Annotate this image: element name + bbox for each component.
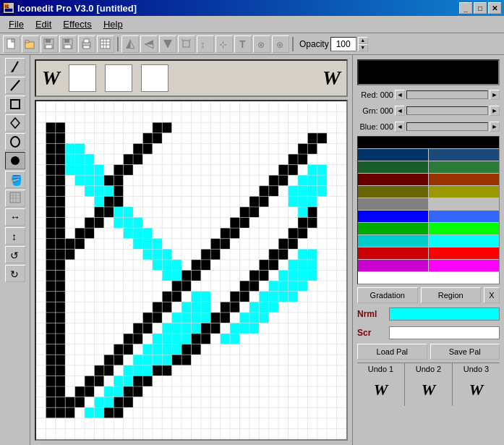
title-bar: IE Iconedit Pro V3.0 [untitled] _ □ ✕ — [0, 0, 504, 16]
pixel-canvas[interactable] — [36, 101, 346, 439]
toolbar-save-as[interactable] — [59, 35, 77, 53]
tool-pattern[interactable] — [5, 190, 25, 207]
tool-ellipse[interactable] — [5, 133, 25, 151]
region-x-button[interactable]: X — [484, 287, 500, 303]
toolbar-move[interactable]: ↕ — [197, 35, 214, 53]
svg-rect-38 — [11, 100, 20, 109]
menu-bar: File Edit Effects Help — [0, 16, 504, 33]
undo-1-label: Undo 1 — [368, 365, 393, 373]
toolbar-print[interactable] — [78, 35, 95, 53]
tools-panel: 🪣 ↔ ↕ ↺ ↻ — [0, 55, 30, 445]
menu-help[interactable]: Help — [98, 17, 129, 31]
minimize-button[interactable]: _ — [459, 2, 472, 14]
toolbar-zoom[interactable]: ⊕ — [272, 35, 289, 53]
tool-redo-rot[interactable]: ↻ — [5, 265, 25, 282]
opacity-down[interactable]: ▼ — [358, 44, 368, 51]
palette-color-teal[interactable] — [358, 235, 428, 247]
palette-color-darkred[interactable] — [358, 174, 428, 185]
grn-slider-left[interactable]: ◄ — [395, 106, 405, 116]
palette-color-olive[interactable] — [358, 186, 428, 198]
toolbar-lasso[interactable]: ⊗ — [253, 35, 270, 53]
palette-color-white1[interactable] — [358, 272, 499, 284]
app-subtitle: [untitled] — [96, 3, 137, 14]
right-panel: Red: 000 ◄ ► Grn: 000 ◄ ► Blue: 000 ◄ ► — [352, 55, 504, 445]
tool-undo-rot[interactable]: ↺ — [5, 246, 25, 263]
svg-text:↺: ↺ — [10, 250, 19, 261]
palette-color-magenta[interactable] — [429, 260, 499, 271]
palette-color-blue[interactable] — [358, 211, 428, 222]
svg-rect-7 — [25, 41, 29, 43]
undo-1[interactable]: Undo 1 W — [357, 363, 405, 406]
save-pal-button[interactable]: Save Pal — [430, 344, 500, 360]
toolbar-stretch[interactable] — [178, 35, 195, 53]
toolbar-flip-v[interactable] — [140, 35, 158, 53]
toolbar-flip-h[interactable] — [121, 35, 139, 53]
region-button[interactable]: Region — [421, 287, 482, 303]
red-slider-track[interactable] — [406, 90, 488, 99]
palette-color-green2[interactable] — [429, 161, 499, 173]
palette-color-purple[interactable] — [358, 260, 428, 271]
palette-color-black1[interactable] — [358, 137, 499, 148]
blue-slider-right[interactable]: ► — [490, 122, 500, 132]
tool-line[interactable] — [5, 77, 25, 94]
palette-color-red2[interactable] — [429, 247, 499, 259]
svg-rect-12 — [64, 39, 69, 43]
undo-2[interactable]: Undo 2 W — [405, 363, 453, 406]
toolbar-grid[interactable] — [97, 35, 114, 53]
tool-pencil[interactable] — [5, 58, 25, 75]
palette-color-brown[interactable] — [429, 174, 499, 185]
palette-color-silver[interactable] — [429, 198, 499, 210]
nrml-swatch[interactable] — [389, 308, 500, 321]
maximize-button[interactable]: □ — [474, 2, 487, 14]
palette-color-cyan[interactable] — [429, 235, 499, 247]
drawing-canvas[interactable] — [35, 100, 348, 441]
menu-edit[interactable]: Edit — [30, 17, 57, 31]
load-pal-button[interactable]: Load Pal — [357, 344, 427, 360]
grn-slider-right[interactable]: ► — [490, 106, 500, 116]
grn-slider-track[interactable] — [406, 106, 488, 115]
opacity-up[interactable]: ▲ — [358, 37, 368, 44]
opacity-spinner: ▲ ▼ — [358, 37, 368, 51]
palette-color-blue3[interactable] — [429, 211, 499, 222]
toolbar-open[interactable] — [22, 35, 39, 53]
opacity-input[interactable] — [330, 37, 356, 51]
scr-swatch[interactable] — [389, 326, 500, 339]
toolbar-new[interactable] — [3, 35, 20, 53]
gradation-button[interactable]: Gradation — [357, 287, 418, 303]
toolbar-text[interactable]: T — [234, 35, 252, 53]
menu-effects[interactable]: Effects — [57, 17, 98, 31]
palette-color-green[interactable] — [358, 223, 428, 234]
blue-slider-track[interactable] — [406, 122, 488, 131]
palette-color-darkblue[interactable] — [358, 149, 428, 161]
palette-color-red[interactable] — [358, 247, 428, 259]
tool-fill[interactable]: 🪣 — [5, 171, 25, 188]
toolbar-save[interactable] — [40, 35, 58, 53]
close-button[interactable]: ✕ — [488, 2, 501, 14]
svg-text:⊕: ⊕ — [276, 40, 283, 50]
toolbar-rotate[interactable] — [159, 35, 176, 53]
palette-color-yellow2[interactable] — [429, 186, 499, 198]
red-slider-right[interactable]: ► — [490, 90, 500, 100]
blue-slider-left[interactable]: ◄ — [395, 122, 405, 132]
palette-color-gray[interactable] — [358, 198, 428, 210]
scr-row: Scr — [357, 325, 500, 341]
undo-3-preview: W — [469, 375, 484, 404]
tool-move-h[interactable]: ↔ — [5, 208, 25, 226]
tool-move-v[interactable]: ↕ — [5, 227, 25, 245]
palette-color-lime[interactable] — [429, 223, 499, 234]
svg-marker-23 — [130, 40, 134, 48]
tool-rect[interactable] — [5, 96, 25, 113]
svg-text:↕: ↕ — [200, 39, 205, 50]
red-slider-left[interactable]: ◄ — [395, 90, 405, 100]
palette-color-darkgreen[interactable] — [358, 161, 428, 173]
toolbar-select[interactable]: ⊹ — [215, 35, 233, 53]
opacity-label: Opacity — [299, 39, 329, 49]
undo-3[interactable]: Undo 3 W — [453, 363, 500, 406]
svg-marker-25 — [145, 44, 153, 48]
palette-color-blue2[interactable] — [429, 149, 499, 161]
svg-marker-24 — [145, 40, 153, 44]
menu-file[interactable]: File — [3, 17, 30, 31]
tool-diamond[interactable] — [5, 114, 25, 132]
tool-filled-ellipse[interactable] — [5, 152, 25, 169]
special-buttons: Gradation Region X — [357, 287, 500, 303]
